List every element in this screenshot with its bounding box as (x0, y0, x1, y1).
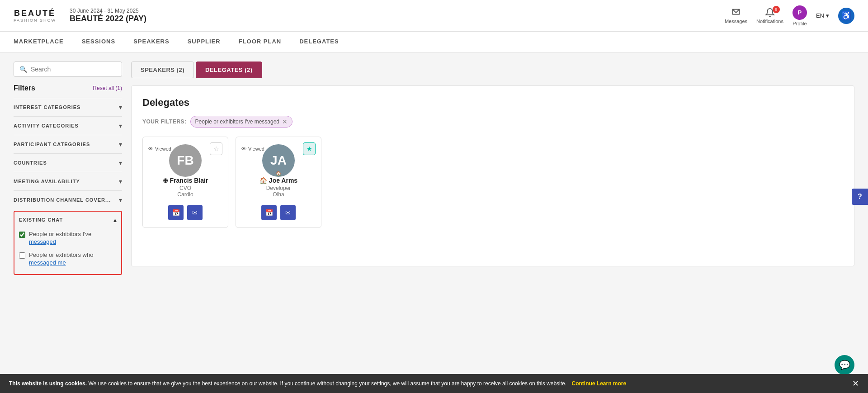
star-button-joe[interactable]: ★ (303, 142, 316, 155)
card-actions-francis: 📅 ✉ (168, 205, 203, 220)
navigation: MARKETPLACE SESSIONS SPEAKERS SUPPLIER F… (0, 32, 868, 52)
message-button-francis[interactable]: ✉ (187, 205, 203, 220)
delegate-name-joe: 🏠 Joe Arms (259, 177, 297, 184)
checkbox-ive-messaged-label[interactable]: People or exhibitors I've messaged (29, 231, 117, 246)
checkbox-messaged-me-label[interactable]: People or exhibitors who messaged me (29, 251, 117, 267)
notifications-button[interactable]: 8 Notifications (756, 8, 783, 24)
filter-distribution-channel: DISTRIBUTION CHANNEL COVER... ▾ (14, 190, 122, 209)
cookie-learn-more-link[interactable]: Learn more (597, 380, 626, 382)
tab-delegates[interactable]: DELEGATES (2) (196, 62, 262, 78)
filter-meeting-availability-header[interactable]: MEETING AVAILABILITY ▾ (14, 172, 122, 190)
filter-meeting-availability-label: MEETING AVAILABILITY (14, 179, 80, 184)
avatar-joe: 🏠 JA (262, 144, 295, 177)
cookie-banner: This website is using cookies. We use co… (0, 374, 868, 382)
nav-sessions[interactable]: SESSIONS (82, 32, 115, 52)
chevron-down-icon: ▾ (119, 178, 122, 185)
filter-meeting-availability: MEETING AVAILABILITY ▾ (14, 172, 122, 190)
checkbox-messaged-me-input[interactable] (19, 252, 25, 259)
tab-speakers[interactable]: SPEAKERS (2) (131, 62, 194, 78)
content-panel: Delegates YOUR FILTERS: People or exhibi… (131, 85, 854, 266)
building-icon: 🏠 (259, 177, 267, 184)
filters-title: Filters (14, 84, 35, 92)
existing-chat-header[interactable]: EXISTING CHAT ▴ (19, 216, 117, 228)
accessibility-icon: ♿ (841, 11, 851, 21)
card-actions-joe: 📅 ✉ (261, 205, 296, 220)
filter-activity-categories-header[interactable]: ACTIVITY CATEGORIES ▾ (14, 117, 122, 135)
chevron-down-icon: ▾ (119, 104, 122, 111)
cookie-close-button[interactable]: ✕ (852, 379, 859, 382)
filters-header: Filters Reset all (1) (14, 84, 122, 92)
question-mark-icon: ? (858, 193, 862, 201)
filter-countries: COUNTRIES ▾ (14, 153, 122, 172)
nav-speakers[interactable]: SPEAKERS (133, 32, 170, 52)
filter-tag-close-icon[interactable]: ✕ (282, 118, 288, 125)
nav-delegates[interactable]: DELEGATES (299, 32, 339, 52)
active-filter-text: People or exhibitors I've messaged (195, 118, 279, 125)
filter-countries-label: COUNTRIES (14, 160, 47, 166)
tabs-row: SPEAKERS (2) DELEGATES (2) (131, 62, 854, 78)
accessibility-button[interactable]: ♿ (838, 8, 854, 24)
event-info: 30 June 2024 - 31 May 2025 BEAUTÉ 2022 (… (70, 8, 146, 24)
notifications-badge: 8 (773, 6, 780, 13)
active-filter-tag: People or exhibitors I've messaged ✕ (190, 116, 292, 128)
nav-floor-plan[interactable]: FLOOR PLAN (239, 32, 282, 52)
chevron-down-icon: ▾ (826, 12, 829, 19)
chat-bubble-button[interactable]: 💬 (835, 355, 854, 375)
chevron-down-icon: ▾ (119, 159, 122, 166)
help-button[interactable]: ? (852, 189, 868, 205)
existing-chat-label: EXISTING CHAT (19, 217, 63, 223)
chevron-down-icon: ▾ (119, 196, 122, 204)
cookie-bold-text: This website is using cookies. (9, 380, 87, 382)
star-button-francis[interactable]: ☆ (210, 142, 222, 155)
cookie-body-text: We use cookies to ensure that we give yo… (88, 380, 566, 382)
profile-label: Profile (793, 21, 807, 26)
filter-interest-categories-label: INTEREST CATEGORIES (14, 104, 80, 110)
nav-marketplace[interactable]: MARKETPLACE (14, 32, 64, 52)
existing-chat-section: EXISTING CHAT ▴ People or exhibitors I'v… (14, 211, 122, 275)
filter-interest-categories: INTEREST CATEGORIES ▾ (14, 98, 122, 116)
delegate-card-francis-blair: 👁 Viewed ☆ FB ⊕ Francis Blair CVO Cardio… (142, 137, 228, 228)
messages-icon (731, 8, 741, 18)
delegate-role-francis: CVO (179, 185, 191, 191)
chat-icon: 💬 (839, 360, 850, 370)
viewed-badge-francis: 👁 Viewed (148, 146, 171, 152)
checkbox-ive-messaged-input[interactable] (19, 232, 25, 238)
filter-activity-categories: ACTIVITY CATEGORIES ▾ (14, 116, 122, 135)
delegate-card-joe-arms: 👁 Viewed ★ 🏠 JA 🏠 Joe Arms Developer (236, 137, 321, 228)
main-layout: 🔍 Filters Reset all (1) INTEREST CATEGOR… (0, 52, 868, 382)
chevron-down-icon: ▾ (119, 122, 122, 129)
filter-interest-categories-header[interactable]: INTEREST CATEGORIES ▾ (14, 98, 122, 116)
profile-button[interactable]: P Profile (793, 5, 807, 26)
event-name: BEAUTÉ 2022 (PAY) (70, 14, 146, 24)
checkbox-ive-messaged: People or exhibitors I've messaged (19, 228, 117, 249)
logo-title: BEAUTÉ (14, 9, 56, 18)
filter-participant-categories-label: PARTICIPANT CATEGORIES (14, 142, 90, 147)
delegates-grid: 👁 Viewed ☆ FB ⊕ Francis Blair CVO Cardio… (142, 137, 843, 228)
nav-supplier[interactable]: SUPPLIER (188, 32, 221, 52)
active-filters-row: YOUR FILTERS: People or exhibitors I've … (142, 116, 843, 128)
cookie-continue-button[interactable]: Continue (571, 380, 595, 382)
delegate-name-francis: ⊕ Francis Blair (163, 177, 208, 184)
calendar-button-joe[interactable]: 📅 (261, 205, 277, 220)
chevron-up-icon: ▴ (113, 216, 117, 223)
cookie-text: This website is using cookies. We use co… (9, 380, 842, 382)
search-icon: 🔍 (19, 66, 27, 73)
delegate-company-francis: Cardio (177, 191, 193, 198)
your-filters-label: YOUR FILTERS: (142, 118, 187, 125)
message-button-joe[interactable]: ✉ (280, 205, 296, 220)
language-selector[interactable]: EN ▾ (816, 12, 829, 19)
search-box: 🔍 (14, 62, 122, 77)
filter-countries-header[interactable]: COUNTRIES ▾ (14, 154, 122, 172)
filter-participant-categories: PARTICIPANT CATEGORIES ▾ (14, 135, 122, 153)
filter-distribution-channel-header[interactable]: DISTRIBUTION CHANNEL COVER... ▾ (14, 191, 122, 209)
checkbox-messaged-me: People or exhibitors who messaged me (19, 249, 117, 270)
search-input[interactable] (31, 66, 116, 73)
calendar-button-francis[interactable]: 📅 (168, 205, 184, 220)
reset-all-link[interactable]: Reset all (1) (93, 85, 122, 91)
filter-activity-categories-label: ACTIVITY CATEGORIES (14, 123, 79, 128)
delegate-role-joe: Developer (266, 185, 291, 191)
filter-participant-categories-header[interactable]: PARTICIPANT CATEGORIES ▾ (14, 135, 122, 153)
logo-subtitle: FASHION SHOW (14, 18, 56, 23)
logo: BEAUTÉ FASHION SHOW (14, 9, 56, 23)
messages-button[interactable]: Messages (725, 8, 747, 24)
